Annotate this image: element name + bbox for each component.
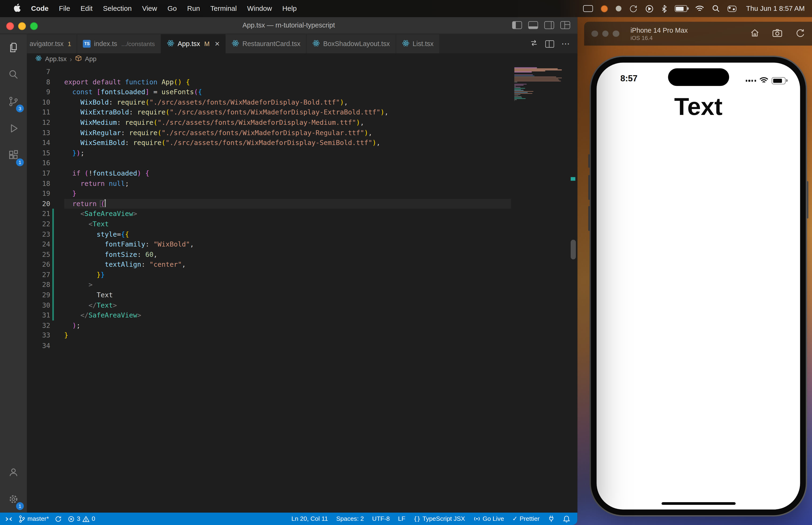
menu-item-file[interactable]: File xyxy=(54,5,75,13)
code-line[interactable]: WixSemiBold: require("./src/assets/fonts… xyxy=(64,138,511,148)
tab-navigator[interactable]: avigator.tsx 1 xyxy=(27,34,78,53)
code-line[interactable]: const [fontsLoaded] = useFonts({ xyxy=(64,87,511,97)
run-debug-icon[interactable] xyxy=(0,115,27,142)
zoom-button[interactable] xyxy=(30,22,38,30)
line-number[interactable]: 33 xyxy=(27,331,50,341)
code-line[interactable]: fontSize: 60, xyxy=(64,249,511,259)
line-number[interactable]: 27 xyxy=(27,270,50,280)
line-number[interactable]: 22 xyxy=(27,219,50,229)
line-number[interactable]: 17 xyxy=(27,168,50,178)
line-number[interactable]: 16 xyxy=(27,158,50,168)
code-line[interactable]: style={{ xyxy=(64,229,511,239)
split-editor-icon[interactable] xyxy=(545,40,554,47)
line-number[interactable]: 20 xyxy=(27,198,50,209)
spotlight-icon[interactable] xyxy=(712,5,720,13)
search-icon[interactable] xyxy=(0,61,27,88)
language-mode[interactable]: {} TypeScript JSX xyxy=(411,512,468,525)
scrollbar-thumb[interactable] xyxy=(571,240,576,259)
code-line[interactable]: <SafeAreaView> xyxy=(64,209,511,219)
explorer-icon[interactable] xyxy=(0,34,27,61)
menu-item-window[interactable]: Window xyxy=(242,5,277,13)
menu-bar-clock[interactable]: Thu Jun 1 8:57 AM xyxy=(746,5,805,13)
source-control-icon[interactable]: 3 xyxy=(0,88,27,115)
simulator-window-controls[interactable] xyxy=(584,30,619,37)
menu-item-terminal[interactable]: Terminal xyxy=(205,5,242,13)
code-line[interactable]: fontFamily: "WixBold", xyxy=(64,239,511,249)
code-line[interactable]: }} xyxy=(64,270,511,280)
minimize-button[interactable] xyxy=(18,22,26,30)
go-live-button[interactable]: Go Live xyxy=(470,512,507,525)
line-number[interactable]: 9 xyxy=(27,87,50,97)
settings-gear-icon[interactable]: 1 xyxy=(0,486,27,513)
line-number[interactable]: 15 xyxy=(27,148,50,158)
menu-item-go[interactable]: Go xyxy=(162,5,182,13)
home-icon[interactable] xyxy=(750,28,760,40)
line-number[interactable]: 24 xyxy=(27,239,50,249)
problems-indicator[interactable]: 3 0 xyxy=(65,512,98,525)
code-line[interactable]: textAlign: "center", xyxy=(64,259,511,270)
git-branch-indicator[interactable]: master* xyxy=(16,512,52,525)
code-line[interactable]: > xyxy=(64,280,511,290)
menu-item-selection[interactable]: Selection xyxy=(98,5,137,13)
menu-item-edit[interactable]: Edit xyxy=(75,5,98,13)
simulator-titlebar[interactable]: iPhone 14 Pro Max iOS 16.4 xyxy=(584,22,812,46)
app-status-icon[interactable] xyxy=(616,6,621,11)
display-status-icon[interactable] xyxy=(583,5,593,12)
code-line[interactable]: } xyxy=(64,189,511,198)
line-number[interactable]: 21 xyxy=(27,209,50,219)
code-line[interactable]: WixBold: require("./src/assets/fonts/Wix… xyxy=(64,97,511,107)
close-button[interactable] xyxy=(6,22,14,30)
breadcrumb-file[interactable]: App.tsx xyxy=(45,56,67,63)
cursor-position[interactable]: Ln 20, Col 11 xyxy=(288,512,331,525)
line-number[interactable]: 19 xyxy=(27,189,50,198)
code-line[interactable]: WixExtraBold: require("./src/assets/font… xyxy=(64,107,511,118)
menu-item-view[interactable]: View xyxy=(137,5,162,13)
code-line[interactable]: return null; xyxy=(64,178,511,189)
home-indicator[interactable] xyxy=(661,502,735,505)
apple-menu-icon[interactable] xyxy=(8,3,26,13)
code-line[interactable] xyxy=(64,158,511,168)
tab-app-tsx[interactable]: App.tsx M × xyxy=(161,34,226,53)
more-actions-icon[interactable]: ⋯ xyxy=(561,39,570,49)
line-number[interactable]: 13 xyxy=(27,127,50,138)
line-number[interactable]: 25 xyxy=(27,249,50,259)
line-number[interactable]: 31 xyxy=(27,310,50,320)
recording-status-icon[interactable] xyxy=(600,5,608,12)
code-pane[interactable]: export default function App() { const [f… xyxy=(64,67,511,351)
prettier-status[interactable]: ✓ Prettier xyxy=(509,512,543,525)
line-number[interactable]: 12 xyxy=(27,118,50,127)
line-number[interactable]: 14 xyxy=(27,138,50,148)
close-tab-icon[interactable]: × xyxy=(215,40,220,48)
open-changes-icon[interactable] xyxy=(530,39,538,49)
code-line[interactable]: } xyxy=(64,331,511,341)
play-status-icon[interactable] xyxy=(645,4,654,13)
line-number[interactable]: 10 xyxy=(27,97,50,107)
ports-plug-icon[interactable] xyxy=(545,512,558,525)
code-line[interactable]: </SafeAreaView> xyxy=(64,310,511,320)
toggle-panel-icon[interactable] xyxy=(528,21,538,29)
screenshot-icon[interactable] xyxy=(772,28,782,39)
code-line[interactable]: <Text xyxy=(64,219,511,229)
remote-indicator[interactable] xyxy=(2,512,16,525)
sync-icon[interactable] xyxy=(52,512,65,525)
tab-box-shadow-layout[interactable]: BoxShadowLayout.tsx xyxy=(307,34,396,53)
control-center-icon[interactable] xyxy=(727,5,736,12)
menu-item-code[interactable]: Code xyxy=(26,5,53,13)
encoding-setting[interactable]: UTF-8 xyxy=(369,512,393,525)
line-number[interactable]: 29 xyxy=(27,290,50,300)
line-number[interactable]: 32 xyxy=(27,320,50,330)
battery-status-icon[interactable] xyxy=(675,5,687,12)
vscode-titlebar[interactable]: App.tsx — rn-tutorial-typescript xyxy=(0,17,578,34)
code-line[interactable]: ); xyxy=(64,320,511,330)
code-line[interactable] xyxy=(64,341,511,351)
time-machine-icon[interactable] xyxy=(629,4,637,13)
line-number[interactable]: 34 xyxy=(27,341,50,351)
line-number[interactable]: 18 xyxy=(27,178,50,189)
account-icon[interactable] xyxy=(0,459,27,486)
code-line[interactable]: Text xyxy=(64,290,511,300)
minimap[interactable] xyxy=(514,67,569,102)
code-line[interactable] xyxy=(64,67,511,77)
rotate-icon[interactable] xyxy=(795,28,805,40)
bluetooth-icon[interactable] xyxy=(661,4,667,13)
code-line[interactable]: }); xyxy=(64,148,511,158)
